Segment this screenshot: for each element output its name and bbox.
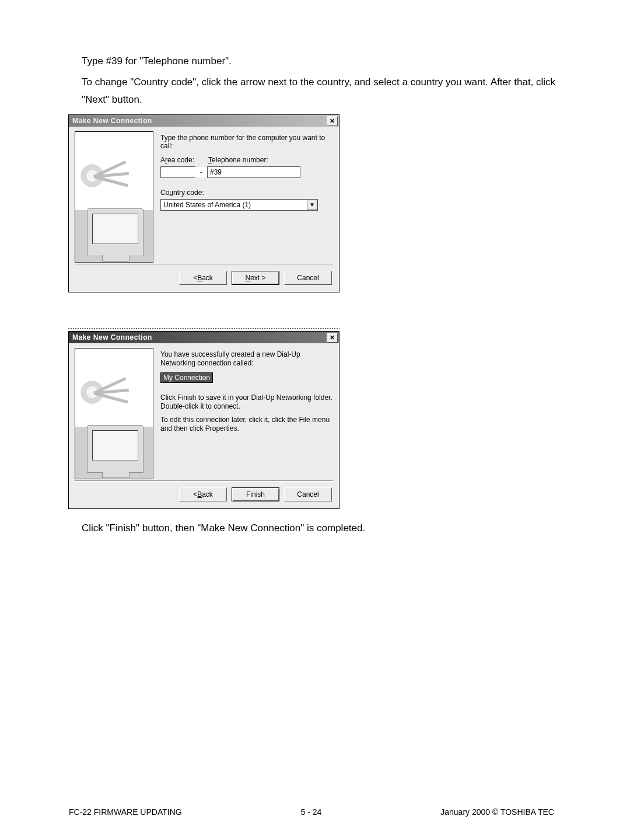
- telephone-number-label: Telephone number:: [208, 156, 268, 164]
- finish-save-text: Click Finish to save it in your Dial-Up …: [160, 393, 333, 411]
- country-code-label: Country code:: [160, 189, 333, 197]
- footer-center: 5 - 24: [301, 807, 322, 817]
- instruction-line-3: Click "Finish" button, then "Make New Co…: [82, 520, 566, 537]
- finish-edit-text: To edit this connection later, click it,…: [160, 416, 333, 433]
- chevron-down-icon[interactable]: [307, 200, 317, 210]
- dialog-phone-form: Type the phone number for the computer y…: [153, 131, 333, 264]
- cancel-button[interactable]: Cancel: [284, 271, 332, 285]
- document-page: Type #39 for "Telephone number". To chan…: [0, 0, 630, 840]
- back-button[interactable]: < Back: [179, 487, 227, 501]
- instruction-line-2: To change "Country code", click the arro…: [82, 74, 566, 109]
- dialog-phone-title: Make New Connection: [72, 117, 327, 125]
- finish-button[interactable]: Finish: [232, 487, 279, 501]
- country-code-combo[interactable]: [160, 199, 318, 211]
- close-icon[interactable]: ✕: [327, 116, 338, 126]
- country-code-input[interactable]: [161, 200, 307, 210]
- dialog-phone-titlebar: Make New Connection ✕: [69, 115, 339, 127]
- close-icon[interactable]: ✕: [327, 333, 338, 343]
- connection-name-highlight: My Connection: [160, 372, 213, 383]
- dialog-finish-content: You have successfully created a new Dial…: [153, 348, 333, 480]
- decorative-dotline: [68, 327, 340, 330]
- telephone-number-input[interactable]: [207, 166, 300, 178]
- area-code-combo[interactable]: [160, 166, 195, 178]
- dialog-phone-buttons: < Back Next > Cancel: [69, 265, 339, 292]
- instruction-line-1: Type #39 for "Telephone number".: [82, 53, 566, 70]
- dialog-finish-title: Make New Connection: [72, 333, 327, 341]
- phone-prompt: Type the phone number for the computer y…: [160, 134, 333, 150]
- dialog-finish-body: You have successfully created a new Dial…: [69, 343, 339, 480]
- dialog-phone-body: Type the phone number for the computer y…: [69, 127, 339, 264]
- wizard-banner-image: [75, 131, 153, 263]
- dialog-phone: Make New Connection ✕ Type the phone num…: [68, 114, 340, 292]
- dialog-finish-buttons: < Back Finish Cancel: [69, 482, 339, 508]
- footer-left: FC-22 FIRMWARE UPDATING: [69, 807, 182, 817]
- finish-intro-text: You have successfully created a new Dial…: [160, 350, 333, 368]
- svg-marker-1: [310, 204, 314, 207]
- separator-dash: -: [200, 168, 202, 176]
- wizard-banner-image: [75, 348, 153, 479]
- cancel-button[interactable]: Cancel: [284, 487, 332, 501]
- dialog-finish-titlebar: Make New Connection ✕: [69, 332, 339, 343]
- back-button[interactable]: < Back: [179, 271, 227, 285]
- dialog-finish: Make New Connection ✕ You have successfu…: [68, 331, 340, 509]
- page-footer: FC-22 FIRMWARE UPDATING 5 - 24 January 2…: [0, 807, 630, 817]
- next-button[interactable]: Next >: [232, 271, 279, 285]
- area-code-label: Area code:: [160, 156, 194, 164]
- footer-right: January 2000 © TOSHIBA TEC: [440, 807, 554, 817]
